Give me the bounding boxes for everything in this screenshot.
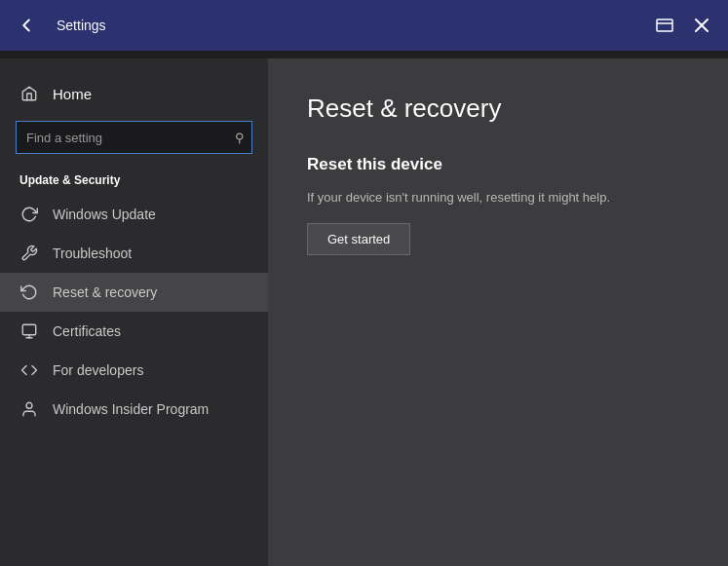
title-bar-left: Settings	[12, 11, 106, 40]
search-box: ⚲	[16, 121, 252, 154]
title-bar-right	[650, 11, 716, 40]
reset-description: If your device isn't running well, reset…	[307, 188, 689, 208]
search-input[interactable]	[16, 121, 252, 154]
sidebar: Home ⚲ Update & Security Windows Update	[0, 58, 268, 566]
title-bar: Settings	[0, 0, 728, 51]
search-icon: ⚲	[235, 131, 245, 145]
app-title: Settings	[57, 18, 106, 33]
sidebar-item-for-developers[interactable]: For developers	[0, 351, 268, 390]
dev-icon	[19, 360, 39, 380]
content-area: Reset & recovery Reset this device If yo…	[268, 58, 728, 566]
home-icon	[19, 84, 39, 103]
nav-label-reset-recovery: Reset & recovery	[53, 284, 157, 300]
sidebar-item-windows-update[interactable]: Windows Update	[0, 195, 268, 234]
separator	[0, 51, 728, 58]
back-arrow-icon	[16, 15, 37, 36]
back-button[interactable]	[12, 11, 41, 40]
nav-label-for-developers: For developers	[53, 362, 143, 378]
reset-section-title: Reset this device	[307, 155, 689, 174]
sidebar-item-windows-insider[interactable]: Windows Insider Program	[0, 390, 268, 429]
nav-label-troubleshoot: Troubleshoot	[53, 245, 132, 261]
nav-label-windows-update: Windows Update	[53, 207, 156, 222]
nav-label-certificates: Certificates	[53, 323, 121, 339]
nav-label-windows-insider: Windows Insider Program	[53, 401, 209, 417]
get-started-button[interactable]: Get started	[307, 223, 410, 255]
svg-rect-0	[657, 19, 672, 31]
refresh-icon	[19, 205, 39, 224]
close-button[interactable]	[687, 11, 716, 40]
main-area: Home ⚲ Update & Security Windows Update	[0, 58, 728, 566]
sidebar-item-reset-recovery[interactable]: Reset & recovery	[0, 273, 268, 312]
person-icon	[19, 399, 39, 419]
window-button[interactable]	[650, 11, 679, 40]
svg-rect-4	[22, 324, 36, 335]
sidebar-item-troubleshoot[interactable]: Troubleshoot	[0, 234, 268, 273]
svg-point-7	[26, 402, 32, 408]
sidebar-item-certificates[interactable]: Certificates	[0, 312, 268, 351]
wrench-icon	[19, 244, 39, 263]
window-icon	[655, 16, 674, 35]
history-icon	[19, 283, 39, 302]
cert-icon	[19, 321, 39, 341]
close-icon	[694, 18, 709, 33]
sidebar-section-label: Update & Security	[0, 170, 268, 195]
sidebar-item-home[interactable]: Home	[0, 74, 268, 113]
page-title: Reset & recovery	[307, 94, 689, 124]
home-label: Home	[53, 86, 92, 102]
